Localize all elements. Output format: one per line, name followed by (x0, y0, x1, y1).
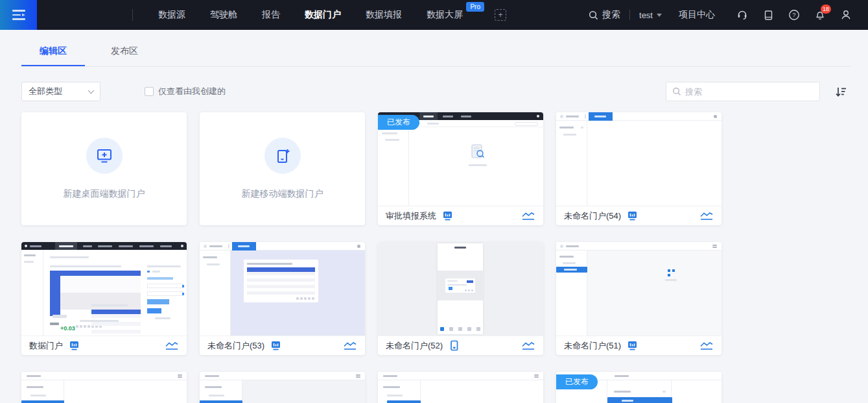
portal-thumbnail (378, 242, 543, 336)
sort-descending-icon (835, 86, 847, 98)
search-icon (672, 87, 681, 96)
username: test (639, 10, 653, 20)
portal-card-51[interactable]: 未命名门户(51) (556, 242, 721, 355)
portal-card-row3-1[interactable] (21, 372, 187, 403)
desktop-portal-type-icon (627, 210, 638, 221)
nav-item-datasource[interactable]: 数据源 (146, 0, 198, 30)
portal-card-54[interactable]: 未命名门户(54) (556, 112, 721, 225)
notifications-button[interactable]: 18 (807, 0, 833, 30)
sort-button[interactable] (835, 86, 847, 98)
desktop-portal-type-icon (627, 340, 638, 351)
new-mobile-portal-card[interactable]: 新建移动端数据门户 (200, 112, 365, 225)
nav-item-big-screen[interactable]: 数据大屏 Pro (414, 0, 475, 30)
hamburger-menu-icon (12, 10, 25, 20)
view-analytics-button[interactable] (699, 340, 714, 351)
help-icon: ? (788, 9, 800, 21)
nav-divider (132, 9, 133, 21)
svg-text:?: ? (792, 11, 795, 18)
nav-item-data-portal[interactable]: 数据门户 (292, 0, 353, 30)
global-search-button[interactable]: 搜索 (589, 9, 620, 21)
new-desktop-portal-card[interactable]: 新建桌面端数据门户 (21, 112, 187, 225)
project-center-link[interactable]: 项目中心 (679, 9, 715, 21)
mobile-device-icon (763, 10, 774, 21)
card-footer: 未命名门户(51) (556, 336, 721, 355)
search-label: 搜索 (602, 9, 620, 21)
nav-divider (629, 10, 630, 20)
portal-title: 未命名门户(51) (564, 340, 621, 352)
navbar-right: 搜索 test 项目中心 ? (589, 0, 868, 30)
published-badge: 已发布 (556, 374, 598, 389)
portal-card-53[interactable]: 未命名门户(53) (200, 242, 365, 355)
nav-item-report[interactable]: 报告 (250, 0, 292, 30)
type-filter-value: 全部类型 (29, 86, 62, 97)
user-menu[interactable]: test (639, 10, 662, 20)
portal-thumbnail (556, 242, 721, 336)
portal-search-box[interactable] (666, 82, 820, 101)
tab-edit-area[interactable]: 编辑区 (21, 45, 85, 66)
type-filter-select[interactable]: 全部类型 (21, 82, 100, 101)
add-module-button[interactable]: + (495, 9, 506, 21)
trend-chart-icon (521, 340, 535, 351)
notification-count-badge: 18 (821, 5, 831, 14)
portal-thumbnail: +0.03 (21, 242, 187, 336)
created-by-me-label: 仅查看由我创建的 (158, 86, 226, 97)
device-preview-button[interactable] (755, 0, 781, 30)
created-by-me-checkbox[interactable] (145, 87, 154, 96)
view-analytics-button[interactable] (343, 340, 357, 351)
desktop-portal-type-icon (270, 340, 281, 351)
chevron-down-icon (657, 14, 662, 17)
icon-circle (86, 138, 123, 174)
new-desktop-portal-icon (95, 146, 114, 165)
nav-item-data-filling[interactable]: 数据填报 (353, 0, 414, 30)
portal-card-52[interactable]: 未命名门户(52) (378, 242, 543, 355)
nav-item-cockpit[interactable]: 驾驶舱 (198, 0, 250, 30)
portal-thumbnail (21, 372, 187, 403)
icon-circle (264, 138, 301, 174)
view-analytics-button[interactable] (521, 340, 535, 351)
chevron-down-icon (88, 88, 95, 94)
mobile-portal-type-icon (449, 340, 460, 351)
account-button[interactable] (833, 0, 859, 30)
portal-title: 未命名门户(54) (564, 210, 621, 222)
portal-card-row3-3[interactable] (378, 372, 543, 403)
area-tabs: 编辑区 发布区 (21, 45, 850, 67)
big-screen-label: 数据大屏 (427, 9, 463, 21)
portal-card-grid: 新建桌面端数据门户 新建移动端数据门户 已发布 (21, 112, 850, 403)
tab-publish-area[interactable]: 发布区 (93, 45, 156, 66)
card-footer: 未命名门户(54) (556, 206, 721, 225)
card-footer: 数据门户 (21, 336, 187, 355)
portal-thumbnail (556, 112, 721, 206)
card-footer: 审批填报系统 (378, 206, 543, 225)
help-button[interactable]: ? (781, 0, 807, 30)
support-button[interactable] (729, 0, 755, 30)
portal-card-row3-2[interactable] (200, 372, 365, 403)
view-analytics-button[interactable] (521, 210, 535, 221)
avatar-icon (840, 9, 852, 21)
desktop-portal-type-icon (69, 340, 80, 351)
thumb-metric-value: +0.03 (60, 325, 75, 332)
search-icon (589, 10, 598, 20)
portal-title: 审批填报系统 (386, 210, 436, 222)
portal-title: 未命名门户(52) (386, 340, 443, 352)
trend-chart-icon (699, 210, 714, 221)
empty-state-icon (468, 142, 487, 162)
portal-thumbnail (200, 242, 365, 336)
portal-card-row3-4[interactable]: 已发布 (556, 372, 721, 403)
new-mobile-portal-icon (273, 146, 292, 165)
portal-title: 数据门户 (29, 340, 63, 352)
headset-icon (736, 9, 748, 21)
main-menu: 数据源 驾驶舱 报告 数据门户 数据填报 数据大屏 Pro + (146, 0, 506, 30)
portal-card-approval-system[interactable]: 已发布 (378, 112, 543, 225)
portal-card-data-portal[interactable]: +0.03 数据门户 (21, 242, 187, 355)
trend-chart-icon (699, 340, 714, 351)
card-footer: 未命名门户(52) (378, 336, 543, 355)
portal-search-input[interactable] (685, 87, 814, 97)
card-footer: 未命名门户(53) (200, 336, 365, 355)
created-by-me-checkbox-row[interactable]: 仅查看由我创建的 (145, 86, 226, 97)
view-analytics-button[interactable] (699, 210, 714, 221)
portal-title: 未命名门户(53) (207, 340, 264, 352)
new-desktop-portal-label: 新建桌面端数据门户 (64, 188, 145, 200)
view-analytics-button[interactable] (165, 340, 179, 351)
trend-chart-icon (165, 340, 179, 351)
app-logo[interactable] (0, 0, 37, 30)
